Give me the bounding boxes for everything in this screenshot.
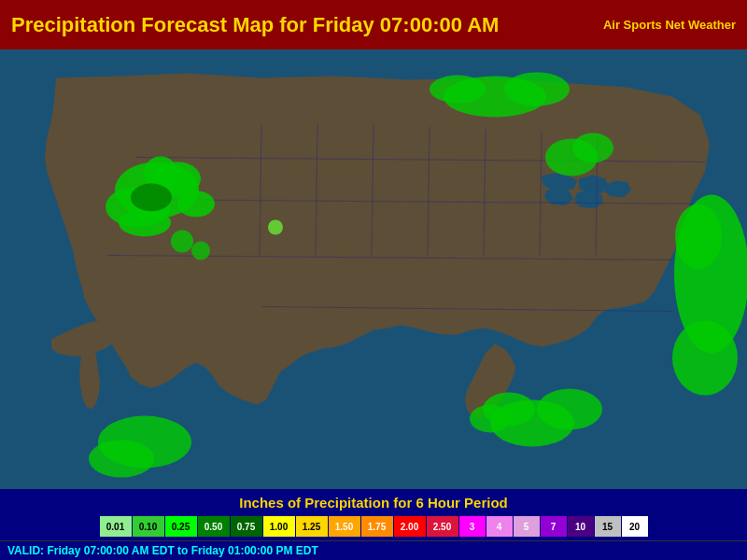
- legend-item: 1.50: [329, 516, 360, 537]
- valid-time: VALID: Friday 07:00:00 AM EDT to Friday …: [7, 544, 318, 557]
- legend-item: 15: [595, 516, 621, 537]
- svg-point-42: [191, 242, 210, 260]
- legend-area: Inches of Precipitation for 6 Hour Perio…: [0, 489, 747, 540]
- header: Precipitation Forecast Map for Friday 07…: [0, 0, 747, 49]
- legend-item: 0.75: [231, 516, 262, 537]
- legend-item: 10: [568, 516, 594, 537]
- svg-point-38: [470, 405, 511, 433]
- legend-item: 5: [514, 516, 540, 537]
- svg-point-33: [675, 204, 722, 270]
- legend-item: 3: [459, 516, 486, 537]
- legend-item: 0.10: [133, 516, 164, 537]
- svg-point-41: [171, 231, 193, 253]
- svg-point-31: [572, 133, 613, 163]
- svg-point-24: [119, 209, 171, 237]
- svg-point-36: [537, 389, 602, 430]
- map-area: [0, 49, 747, 489]
- legend-item: 0.25: [165, 516, 197, 537]
- precipitation-map: [0, 49, 747, 489]
- legend-item: 4: [486, 516, 513, 537]
- branding-text: Air Sports Net Weather: [603, 18, 736, 32]
- legend-item: 1.75: [361, 516, 393, 537]
- legend-item: 7: [541, 516, 567, 537]
- footer: VALID: Friday 07:00:00 AM EDT to Friday …: [0, 540, 747, 560]
- svg-point-28: [430, 76, 486, 104]
- svg-point-34: [672, 321, 738, 396]
- svg-point-25: [177, 191, 215, 217]
- legend-item: 20: [622, 516, 648, 537]
- legend-title: Inches of Precipitation for 6 Hour Perio…: [0, 493, 747, 512]
- svg-point-43: [268, 220, 283, 235]
- main-container: Precipitation Forecast Map for Friday 07…: [0, 0, 747, 560]
- svg-point-40: [89, 441, 154, 478]
- svg-point-29: [504, 73, 570, 106]
- legend-item: 1.00: [263, 516, 295, 537]
- legend-boxes: 0.010.100.250.500.751.001.251.501.752.00…: [0, 512, 747, 540]
- legend-item: 0.01: [100, 516, 132, 537]
- svg-point-44: [131, 184, 172, 212]
- legend-item: 2.00: [394, 516, 426, 537]
- page-title: Precipitation Forecast Map for Friday 07…: [11, 13, 499, 37]
- legend-item: 0.50: [198, 516, 230, 537]
- legend-item: 2.50: [427, 516, 458, 537]
- legend-item: 1.25: [296, 516, 328, 537]
